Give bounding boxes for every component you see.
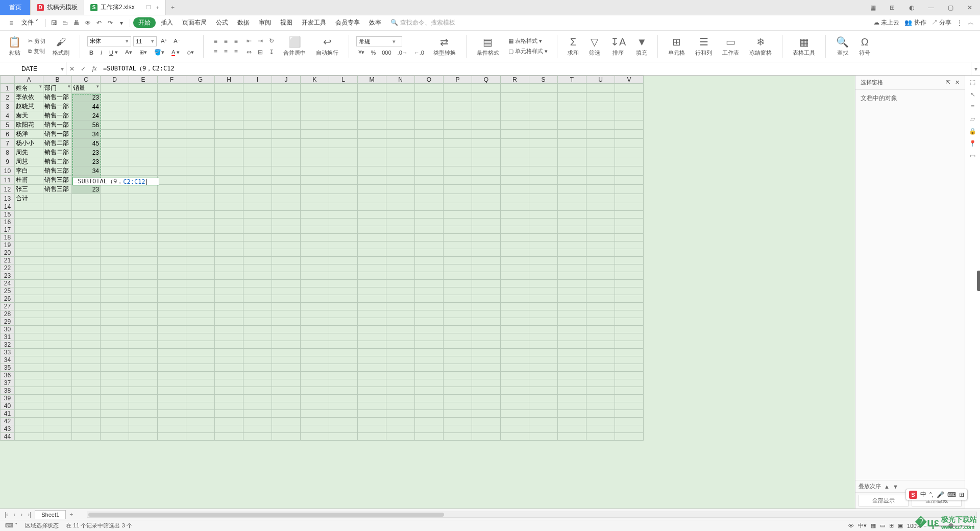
cell-N31[interactable]: [386, 333, 415, 341]
cell-P21[interactable]: [444, 257, 472, 264]
cell-S1[interactable]: [529, 84, 558, 93]
row-header-28[interactable]: 28: [1, 310, 15, 318]
cell-A5[interactable]: 欧阳花: [15, 120, 43, 130]
cell-S27[interactable]: [529, 303, 558, 310]
cell-E19[interactable]: [129, 242, 158, 249]
cell-J33[interactable]: [272, 349, 301, 356]
share-button[interactable]: ↗ 分享: [932, 18, 951, 27]
cell-N33[interactable]: [386, 349, 415, 356]
cell-A9[interactable]: 周慧: [15, 157, 43, 166]
cell-M37[interactable]: [358, 379, 386, 387]
cell-L22[interactable]: [329, 264, 358, 272]
cell-T37[interactable]: [558, 379, 586, 387]
cell-K4[interactable]: [301, 111, 329, 120]
strike-button[interactable]: A̶▾: [123, 49, 134, 57]
cell-B24[interactable]: [43, 280, 72, 287]
cell-E7[interactable]: [129, 139, 158, 148]
cell-L10[interactable]: [329, 166, 358, 176]
cell-F18[interactable]: [158, 234, 186, 242]
cell-B40[interactable]: [43, 402, 72, 410]
cell-E18[interactable]: [129, 234, 158, 242]
cell-L21[interactable]: [329, 257, 358, 264]
cell-B17[interactable]: [43, 226, 72, 234]
table-tool-button[interactable]: ▦表格工具: [790, 35, 818, 58]
cell-N5[interactable]: [386, 120, 415, 130]
cell-D37[interactable]: [101, 379, 129, 387]
cell-J9[interactable]: [272, 157, 301, 166]
cell-S35[interactable]: [529, 364, 558, 372]
cell-F8[interactable]: [158, 148, 186, 157]
cell-C32[interactable]: [72, 341, 101, 349]
cell-V13[interactable]: [615, 194, 644, 203]
cell-F17[interactable]: [158, 226, 186, 234]
cell-H9[interactable]: [215, 157, 243, 166]
cell-A14[interactable]: [15, 203, 43, 211]
cell-Q33[interactable]: [472, 349, 501, 356]
cell-J28[interactable]: [272, 310, 301, 318]
cell-I13[interactable]: [243, 194, 272, 203]
cell-R10[interactable]: [501, 166, 529, 176]
cell-H28[interactable]: [215, 310, 243, 318]
col-header-N[interactable]: N: [386, 76, 415, 84]
cell-K6[interactable]: [301, 130, 329, 139]
cell-G35[interactable]: [186, 364, 215, 372]
cell-P3[interactable]: [444, 102, 472, 111]
cell-S14[interactable]: [529, 203, 558, 211]
cell-C6[interactable]: 34: [72, 130, 101, 139]
cell-M20[interactable]: [358, 249, 386, 257]
cell-L27[interactable]: [329, 303, 358, 310]
cell-B36[interactable]: [43, 372, 72, 379]
col-header-O[interactable]: O: [415, 76, 444, 84]
cell-H12[interactable]: [215, 185, 243, 194]
cell-R44[interactable]: [501, 433, 529, 441]
cell-I31[interactable]: [243, 333, 272, 341]
side-close-icon[interactable]: ✕: [955, 79, 960, 85]
cell-L17[interactable]: [329, 226, 358, 234]
cell-F41[interactable]: [158, 410, 186, 418]
row-header-11[interactable]: 11: [1, 176, 15, 185]
cell-R11[interactable]: [501, 176, 529, 185]
cell-J16[interactable]: [272, 219, 301, 226]
cell-B13[interactable]: [43, 194, 72, 203]
cell-H17[interactable]: [215, 226, 243, 234]
cell-U35[interactable]: [586, 364, 615, 372]
cell-A26[interactable]: [15, 295, 43, 303]
cell-A15[interactable]: [15, 211, 43, 219]
cell-H36[interactable]: [215, 372, 243, 379]
cell-S19[interactable]: [529, 242, 558, 249]
cell-J29[interactable]: [272, 318, 301, 326]
cell-U21[interactable]: [586, 257, 615, 264]
cell-J43[interactable]: [272, 425, 301, 433]
zoom-slider[interactable]: [929, 525, 970, 527]
cell-U16[interactable]: [586, 219, 615, 226]
menu-file[interactable]: 文件 ˅: [17, 16, 42, 29]
cell-M39[interactable]: [358, 395, 386, 402]
cell-D9[interactable]: [101, 157, 129, 166]
cell-R13[interactable]: [501, 194, 529, 203]
cell-D39[interactable]: [101, 395, 129, 402]
cell-D19[interactable]: [101, 242, 129, 249]
indent-dec[interactable]: ⇤: [244, 36, 254, 45]
cell-D18[interactable]: [101, 234, 129, 242]
cell-L4[interactable]: [329, 111, 358, 120]
cell-T32[interactable]: [558, 341, 586, 349]
cell-P43[interactable]: [444, 425, 472, 433]
cell-Q3[interactable]: [472, 102, 501, 111]
cell-O10[interactable]: [415, 166, 444, 176]
sheet-prev[interactable]: ‹: [12, 511, 17, 518]
cell-F10[interactable]: [158, 166, 186, 176]
cell-U24[interactable]: [586, 280, 615, 287]
cell-G6[interactable]: [186, 130, 215, 139]
dec-inc-button[interactable]: .0→: [396, 49, 410, 56]
cell-T1[interactable]: [558, 84, 586, 93]
cell-O32[interactable]: [415, 341, 444, 349]
cell-B1[interactable]: 部门▾: [43, 84, 72, 93]
cell-S8[interactable]: [529, 148, 558, 157]
cell-N17[interactable]: [386, 226, 415, 234]
cell-P22[interactable]: [444, 264, 472, 272]
cell-F23[interactable]: [158, 272, 186, 280]
cell-L31[interactable]: [329, 333, 358, 341]
ime-toolbar[interactable]: S 中 °, 🎤 ⌨ ⊞: [905, 489, 968, 500]
row-header-34[interactable]: 34: [1, 356, 15, 364]
fx-button[interactable]: fx: [89, 62, 100, 75]
